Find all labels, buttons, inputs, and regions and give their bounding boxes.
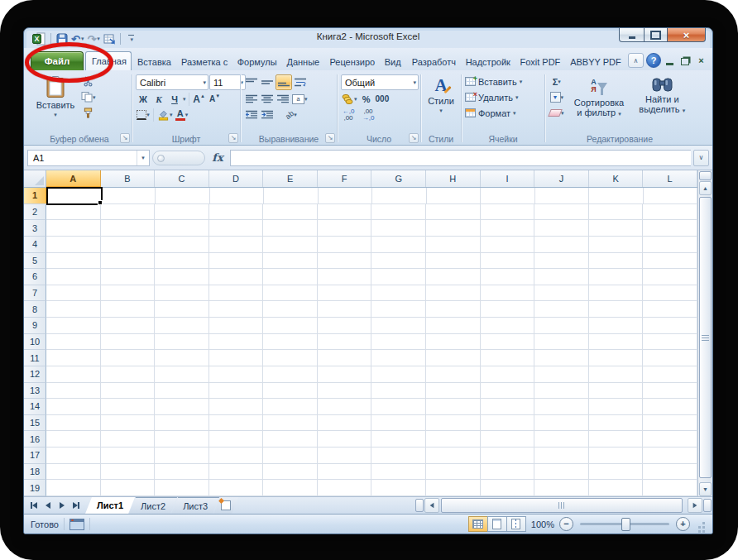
- cell-H16[interactable]: [426, 431, 481, 448]
- scroll-left-button[interactable]: [424, 498, 439, 513]
- cell-I13[interactable]: [481, 383, 535, 400]
- cell-A12[interactable]: [46, 366, 101, 383]
- cell-I8[interactable]: [481, 301, 535, 318]
- cell-H15[interactable]: [426, 415, 481, 432]
- column-header-A[interactable]: A: [46, 170, 101, 188]
- expand-formula-bar-button[interactable]: ∨: [693, 150, 709, 166]
- vertical-scrollbar[interactable]: ▲ ▼: [697, 170, 712, 496]
- cell-F14[interactable]: [318, 399, 372, 415]
- record-macro-icon[interactable]: [69, 519, 84, 530]
- cut-button[interactable]: [80, 74, 97, 89]
- chevron-down-icon[interactable]: ▾: [97, 36, 100, 42]
- font-dialog-launcher[interactable]: ↘: [228, 133, 238, 143]
- cell-L16[interactable]: [643, 431, 697, 448]
- alignment-dialog-launcher[interactable]: ↘: [325, 133, 335, 143]
- font-color-button[interactable]: А ▾: [175, 108, 189, 122]
- cell-F18[interactable]: [318, 464, 372, 481]
- cell-E13[interactable]: [263, 383, 318, 400]
- decrease-decimal-button[interactable]: ,00→,0: [361, 108, 376, 122]
- cell-K11[interactable]: [589, 350, 644, 366]
- cell-B15[interactable]: [101, 415, 156, 432]
- cell-F12[interactable]: [318, 366, 372, 383]
- cell-L7[interactable]: [643, 285, 697, 302]
- cell-J19[interactable]: [534, 480, 589, 496]
- cell-A2[interactable]: [46, 204, 101, 221]
- cell-B5[interactable]: [101, 253, 156, 270]
- cell-D6[interactable]: [209, 269, 264, 285]
- cell-D3[interactable]: [209, 220, 264, 237]
- cell-D15[interactable]: [209, 415, 264, 432]
- cell-G7[interactable]: [371, 285, 426, 302]
- cell-K16[interactable]: [589, 431, 644, 448]
- tab-Вид[interactable]: Вид: [379, 53, 406, 70]
- paste-button[interactable]: Вставить ▾: [31, 74, 80, 119]
- insert-function-button[interactable]: fx: [208, 151, 228, 165]
- column-header-D[interactable]: D: [209, 170, 264, 187]
- cell-G19[interactable]: [371, 480, 426, 496]
- cell-A18[interactable]: [46, 464, 101, 481]
- cell-B13[interactable]: [101, 383, 156, 400]
- vertical-scroll-thumb[interactable]: [699, 197, 712, 478]
- zoom-slider-thumb[interactable]: [621, 518, 630, 531]
- maximize-button[interactable]: [644, 28, 668, 42]
- horizontal-scroll-track[interactable]: [439, 498, 688, 513]
- save-icon[interactable]: [56, 32, 68, 45]
- row-header-5[interactable]: 5: [24, 253, 46, 270]
- cell-F16[interactable]: [318, 431, 372, 448]
- cell-L11[interactable]: [643, 350, 697, 366]
- cell-H4[interactable]: [426, 237, 481, 253]
- cell-K13[interactable]: [589, 383, 644, 400]
- cell-J14[interactable]: [534, 399, 589, 415]
- cell-I9[interactable]: [481, 318, 535, 334]
- tab-Надстройк[interactable]: Надстройк: [460, 53, 515, 70]
- row-header-7[interactable]: 7: [24, 285, 46, 302]
- cell-L2[interactable]: [643, 204, 697, 221]
- cell-F2[interactable]: [318, 204, 372, 221]
- row-header-3[interactable]: 3: [24, 220, 46, 237]
- cell-L13[interactable]: [643, 383, 697, 400]
- row-header-11[interactable]: 11: [24, 350, 46, 366]
- cell-I14[interactable]: [481, 399, 535, 415]
- cell-E4[interactable]: [263, 237, 318, 253]
- cell-F17[interactable]: [318, 448, 372, 464]
- cell-I19[interactable]: [481, 480, 535, 496]
- tab-Данные[interactable]: Данные: [280, 53, 323, 70]
- cell-H5[interactable]: [426, 253, 481, 270]
- cell-K2[interactable]: [589, 204, 644, 221]
- cell-C19[interactable]: [155, 480, 209, 496]
- cell-D19[interactable]: [209, 480, 264, 496]
- clear-button[interactable]: ▾: [549, 106, 565, 120]
- row-header-17[interactable]: 17: [24, 448, 46, 464]
- row-header-1[interactable]: 1: [24, 188, 47, 204]
- cell-L8[interactable]: [643, 301, 697, 318]
- cell-C7[interactable]: [155, 285, 209, 302]
- cell-L17[interactable]: [643, 448, 697, 464]
- cell-E10[interactable]: [263, 334, 318, 351]
- increase-indent-button[interactable]: [260, 108, 275, 122]
- column-header-G[interactable]: G: [371, 170, 426, 187]
- bold-button[interactable]: Ж: [136, 92, 151, 106]
- cell-A10[interactable]: [46, 334, 101, 351]
- cell-F9[interactable]: [318, 318, 372, 334]
- tab-Разметка с[interactable]: Разметка с: [175, 53, 232, 70]
- comma-style-button[interactable]: 000: [375, 92, 391, 106]
- cell-H19[interactable]: [426, 480, 481, 496]
- cell-B2[interactable]: [101, 204, 156, 221]
- cell-G14[interactable]: [371, 399, 426, 415]
- cell-A17[interactable]: [46, 448, 101, 464]
- cell-I12[interactable]: [481, 366, 535, 383]
- accounting-format-button[interactable]: ▾: [341, 92, 358, 106]
- cell-L10[interactable]: [643, 334, 697, 351]
- cell-C9[interactable]: [155, 318, 209, 334]
- cell-G9[interactable]: [371, 318, 426, 334]
- customize-qat-button[interactable]: ▾: [126, 32, 137, 45]
- cell-E3[interactable]: [263, 220, 318, 237]
- row-header-8[interactable]: 8: [24, 301, 46, 318]
- close-button[interactable]: ×: [667, 28, 706, 42]
- cell-H11[interactable]: [426, 350, 481, 366]
- cell-K1[interactable]: [589, 188, 644, 204]
- cell-I17[interactable]: [481, 448, 535, 464]
- cell-L18[interactable]: [643, 464, 697, 481]
- row-header-18[interactable]: 18: [24, 464, 46, 481]
- row-header-19[interactable]: 19: [24, 480, 46, 496]
